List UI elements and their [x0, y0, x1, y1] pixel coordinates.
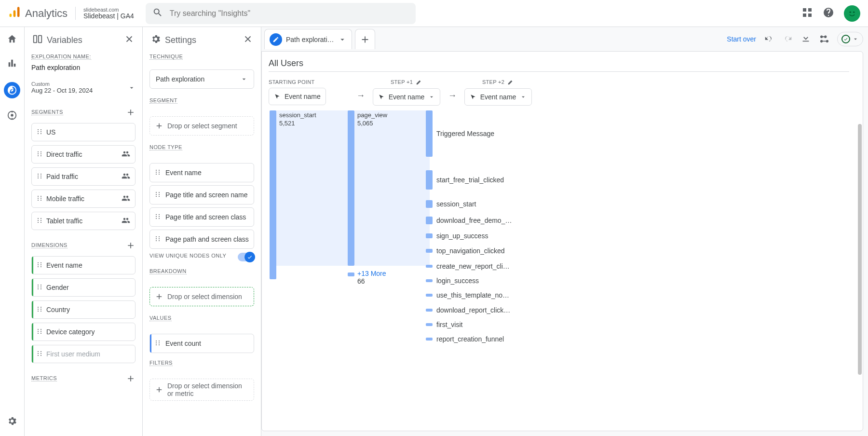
sankey-step2-node[interactable]: use_this_template_no…	[426, 291, 509, 299]
dimension-chip[interactable]: Country	[31, 300, 136, 319]
svg-point-102	[159, 344, 160, 345]
sankey-bar-more[interactable]	[348, 272, 354, 276]
svg-point-71	[38, 355, 39, 356]
svg-point-24	[41, 155, 41, 156]
segment-chip[interactable]: Direct traffic	[31, 145, 136, 164]
segment-chip[interactable]: Tablet traffic	[31, 212, 136, 230]
sankey-node-label: page_view	[357, 111, 387, 120]
svg-point-66	[41, 333, 41, 334]
help-icon[interactable]	[823, 7, 834, 20]
redo-icon[interactable]	[782, 33, 793, 45]
edit-step-icon[interactable]	[416, 79, 422, 85]
start-over-button[interactable]: Start over	[727, 35, 756, 43]
sankey-step2-node[interactable]: start_free_trial_clicked	[426, 170, 504, 190]
node-type-chip[interactable]: Page path and screen class	[149, 230, 254, 249]
dimension-chip[interactable]: Event name	[31, 256, 136, 274]
explore-icon[interactable]	[4, 82, 20, 98]
add-tab-button[interactable]	[355, 29, 375, 49]
dimension-chip[interactable]: First user medium	[31, 345, 136, 363]
svg-point-44	[41, 262, 41, 263]
search-input[interactable]	[170, 9, 409, 18]
node-type-chip[interactable]: Page title and screen class	[149, 207, 254, 227]
sankey-node-label: download_report_click…	[436, 306, 510, 314]
unique-nodes-toggle[interactable]	[238, 253, 254, 261]
property-switcher[interactable]: slidebeast.com Slidebeast | GA4	[75, 7, 134, 20]
svg-point-31	[38, 196, 39, 197]
svg-point-23	[38, 155, 39, 156]
home-icon[interactable]	[7, 34, 17, 46]
reports-icon[interactable]	[7, 58, 17, 70]
dimension-chip[interactable]: Device category	[31, 323, 136, 341]
svg-point-21	[38, 153, 39, 154]
people-icon	[122, 150, 130, 160]
segment-drop-zone[interactable]: Drop or select segment	[149, 116, 254, 136]
cursor-icon	[274, 93, 281, 100]
step2-label: STEP +2	[482, 79, 504, 85]
step2-select[interactable]: Event name	[464, 88, 532, 106]
svg-point-75	[156, 172, 157, 173]
sankey-step2-node[interactable]: top_navigation_clicked	[426, 247, 505, 255]
sankey-step2-node[interactable]: sign_up_success	[426, 232, 488, 240]
exploration-tab[interactable]: Path explorati…	[264, 29, 352, 49]
add-metric-icon[interactable]	[126, 374, 136, 385]
sankey-step2-node[interactable]: Triggered Message	[426, 110, 494, 157]
vertical-scrollbar[interactable]	[858, 124, 862, 375]
advertising-icon[interactable]	[7, 110, 17, 123]
svg-point-82	[159, 194, 160, 195]
drag-handle-icon	[37, 328, 42, 336]
close-variables-icon[interactable]	[124, 34, 135, 47]
sankey-node-bar	[426, 233, 433, 238]
add-segment-icon[interactable]	[126, 108, 136, 119]
apps-icon[interactable]	[801, 7, 813, 20]
download-icon[interactable]	[800, 33, 811, 45]
segment-chip[interactable]: US	[31, 123, 136, 141]
svg-point-74	[159, 170, 160, 171]
arrow-right-icon: →	[356, 91, 365, 101]
node-type-chip[interactable]: Event name	[149, 163, 254, 182]
plus-icon	[155, 292, 163, 301]
svg-point-67	[38, 351, 39, 352]
sankey-step2-node[interactable]: download_report_click…	[426, 306, 510, 314]
starting-point-select[interactable]: Event name	[269, 88, 326, 105]
svg-point-10	[11, 114, 14, 117]
starting-point-label: STARTING POINT	[269, 79, 314, 85]
sankey-bar-start[interactable]	[270, 110, 276, 279]
add-dimension-icon[interactable]	[126, 241, 136, 252]
sankey-bar-step1[interactable]	[348, 110, 354, 266]
dimension-chip[interactable]: Gender	[31, 278, 136, 297]
svg-point-8	[853, 11, 855, 13]
svg-point-42	[41, 222, 41, 223]
segment-chip[interactable]: Paid traffic	[31, 167, 136, 186]
exploration-name-value[interactable]: Path exploration	[31, 64, 136, 71]
sankey-step2-node[interactable]: report_creation_funnel	[426, 335, 504, 343]
user-avatar[interactable]	[844, 5, 860, 22]
sankey-step2-node[interactable]: create_new_report_cli…	[426, 262, 510, 270]
admin-gear-icon[interactable]	[7, 416, 17, 428]
segment-chip[interactable]: Mobile traffic	[31, 190, 136, 208]
sankey-step2-node[interactable]: login_success	[426, 277, 479, 285]
values-chip[interactable]: Event count	[149, 334, 254, 353]
dimension-chip-label: First user medium	[46, 350, 100, 358]
node-type-chip[interactable]: Page title and screen name	[149, 185, 254, 204]
sankey-step2-node[interactable]: first_visit	[426, 321, 462, 328]
svg-point-57	[38, 309, 39, 310]
date-range-picker[interactable]: Custom Aug 22 - Oct 19, 2024	[31, 78, 136, 97]
close-settings-icon[interactable]	[243, 34, 253, 47]
filters-drop-zone[interactable]: Drop or select dimension or metric	[149, 379, 254, 401]
data-quality-pill[interactable]	[837, 32, 863, 46]
svg-point-47	[38, 266, 39, 267]
edit-step-icon[interactable]	[507, 79, 514, 85]
sankey-step2-node[interactable]: download_free_demo_…	[426, 217, 512, 224]
undo-icon[interactable]	[764, 33, 774, 45]
step1-select[interactable]: Event name	[373, 88, 441, 106]
exploration-name-label: EXPLORATION NAME:	[31, 54, 91, 60]
sankey-step2-node[interactable]: session_start	[426, 200, 476, 208]
filters-drop-label: Drop or select dimension or metric	[167, 382, 249, 397]
technique-select[interactable]: Path exploration	[149, 69, 254, 89]
share-icon[interactable]	[819, 33, 829, 45]
sankey-more-node[interactable]: +13 More 66	[357, 270, 386, 285]
search-bar[interactable]	[146, 3, 416, 24]
node-type-label: NODE TYPE	[149, 144, 182, 150]
breakdown-drop-zone[interactable]: Drop or select dimension	[149, 287, 254, 306]
sankey-node-count: 5,065	[357, 120, 387, 128]
